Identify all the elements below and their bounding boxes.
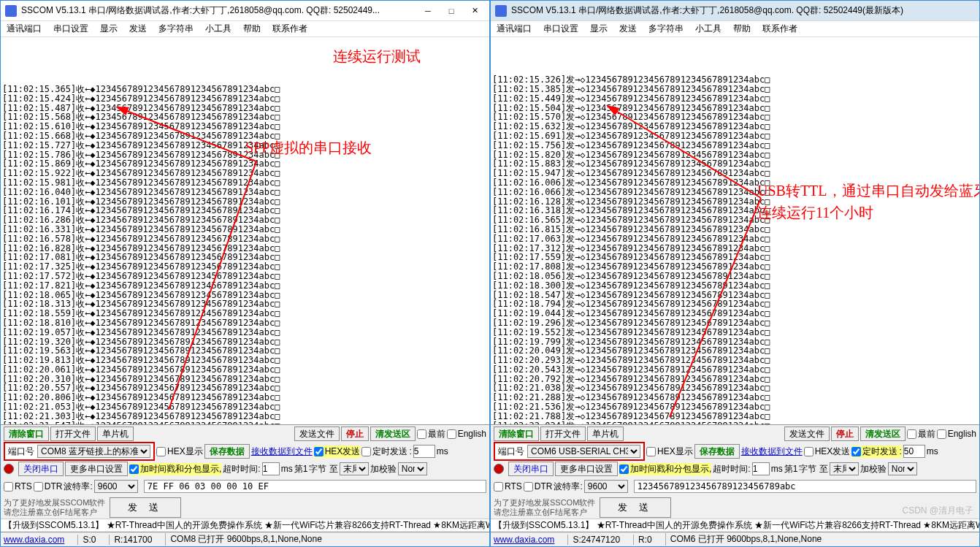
timeout-input[interactable] — [752, 462, 770, 475]
status-sent: S:24747120 — [567, 535, 620, 545]
timeout-input[interactable] — [262, 462, 280, 475]
send-button[interactable]: 发 送 — [110, 497, 181, 518]
send-button[interactable]: 发 送 — [600, 497, 671, 518]
send-file-button[interactable]: 发送文件 — [784, 426, 830, 441]
timed-value-input[interactable] — [413, 445, 435, 458]
english-checkbox[interactable]: English — [447, 429, 486, 439]
menu-item[interactable]: 小工具 — [695, 23, 721, 35]
promo-bar: 【升级到SSCOM5.13.1】 ★RT-Thread中国人的开源免费操作系统 … — [1, 519, 489, 532]
mcu-button[interactable]: 单片机 — [97, 426, 134, 441]
clear-send-button[interactable]: 清发送区 — [860, 426, 906, 441]
rts-checkbox[interactable]: RTS — [494, 481, 522, 491]
menu-item[interactable]: 串口设置 — [543, 23, 578, 35]
port-selector-left[interactable]: 端口号 COM8 蓝牙链接上的标准串行 — [4, 442, 155, 461]
english-checkbox[interactable]: English — [937, 429, 976, 439]
open-file-button[interactable]: 打开文件 — [540, 426, 586, 441]
status-url[interactable]: www.daxia.com — [4, 535, 64, 545]
menu-item[interactable]: 小工具 — [205, 23, 231, 35]
send-data-box[interactable]: 7E FF 06 03 00 00 10 EF — [144, 480, 486, 493]
port-status-indicator — [4, 464, 14, 474]
promo-bar: 【升级到SSCOM5.13.1】 ★RT-Thread中国人的开源免费操作系统 … — [491, 519, 979, 532]
send-data-box[interactable]: 123456789123456789123456789abc — [634, 480, 976, 493]
menu-item[interactable]: 串口设置 — [53, 23, 88, 35]
save-data-button[interactable]: 保存数据 — [204, 444, 250, 459]
annotation-title: 连续运行测试 — [333, 52, 421, 61]
note-line-1: 为了更好地发展SSCOM软件 — [4, 498, 105, 508]
timestamp-checkbox[interactable]: 加时间戳和分包显示, — [619, 463, 711, 475]
clear-send-button[interactable]: 清发送区 — [370, 426, 416, 441]
timestamp-checkbox[interactable]: 加时间戳和分包显示, — [129, 463, 221, 475]
rts-checkbox[interactable]: RTS — [4, 481, 32, 491]
status-info: COM8 已打开 9600bps,8,1,None,None — [165, 533, 321, 546]
menu-bar: 通讯端口串口设置显示发送多字符串小工具帮助联系作者 — [491, 21, 979, 37]
menu-item[interactable]: 显示 — [100, 23, 118, 35]
front-checkbox[interactable]: 最前 — [417, 428, 445, 440]
clear-window-button[interactable]: 清除窗口 — [4, 426, 49, 441]
check-select[interactable]: None — [398, 462, 427, 475]
status-recv: R:141700 — [109, 535, 152, 545]
menu-item[interactable]: 发送 — [129, 23, 147, 35]
title-bar-left: SSCOM V5.13.1 串口/网络数据调试器,作者:大虾丁丁,2618058… — [1, 1, 489, 21]
dtr-checkbox[interactable]: DTR — [524, 481, 553, 491]
title-bar-right: SSCOM V5.13.1 串口/网络数据调试器,作者:大虾丁丁,2618058… — [491, 1, 979, 21]
baud-select[interactable]: 9600 — [94, 480, 138, 493]
bottom-panel-left: 清除窗口 打开文件 单片机 发送文件 停止 清发送区 最前 English 端口… — [1, 424, 489, 531]
menu-item[interactable]: 联系作者 — [272, 23, 307, 35]
more-port-button[interactable]: 更多串口设置 — [65, 462, 128, 476]
log-area-left: 连续运行测试 SPP虚拟的串口接收 [11:02:15.365]收←◆12345… — [1, 37, 489, 424]
status-recv: R:0 — [633, 535, 652, 545]
front-checkbox[interactable]: 最前 — [907, 428, 935, 440]
end-select[interactable]: 末尾 — [830, 462, 859, 475]
close-button[interactable]: ✕ — [464, 4, 485, 18]
maximize-button[interactable]: □ — [441, 4, 462, 18]
menu-item[interactable]: 通讯端口 — [7, 23, 42, 35]
more-port-button[interactable]: 更多串口设置 — [555, 462, 618, 476]
port-dropdown[interactable]: COM6 USB-SERIAL CH340 — [527, 445, 640, 458]
hex-send-checkbox[interactable]: HEX发送 — [804, 445, 851, 458]
status-url[interactable]: www.daxia.com — [494, 535, 554, 545]
open-file-button[interactable]: 打开文件 — [50, 426, 96, 441]
send-file-button[interactable]: 发送文件 — [294, 426, 340, 441]
menu-item[interactable]: 联系作者 — [762, 23, 797, 35]
clear-window-button[interactable]: 清除窗口 — [494, 426, 539, 441]
app-icon — [495, 5, 507, 17]
menu-item[interactable]: 多字符串 — [648, 23, 684, 35]
recv-to-file-link[interactable]: 接收数据到文件 — [741, 445, 803, 458]
status-bar-left: www.daxia.com S:0 R:141700 COM8 已打开 9600… — [1, 532, 489, 546]
close-port-button[interactable]: 关闭串口 — [508, 462, 554, 476]
timed-value-input[interactable] — [903, 445, 925, 458]
note-line-1: 为了更好地发展SSCOM软件 — [494, 498, 595, 508]
menu-item[interactable]: 通讯端口 — [497, 23, 532, 35]
recv-to-file-link[interactable]: 接收数据到文件 — [251, 445, 313, 458]
app-icon — [5, 5, 17, 17]
check-select[interactable]: None — [888, 462, 917, 475]
stop-button[interactable]: 停止 — [341, 426, 369, 441]
minimize-button[interactable]: ─ — [418, 4, 438, 18]
hex-send-checkbox[interactable]: HEX发送 — [314, 445, 361, 458]
baud-select[interactable]: 9600 — [584, 480, 628, 493]
window-title: SSCOM V5.13.1 串口/网络数据调试器,作者:大虾丁丁,2618058… — [21, 4, 418, 17]
save-data-button[interactable]: 保存数据 — [694, 444, 740, 459]
timed-send-checkbox[interactable]: 定时发送: — [851, 445, 901, 458]
hex-show-checkbox[interactable]: HEX显示 — [156, 445, 203, 458]
stop-button[interactable]: 停止 — [831, 426, 859, 441]
menu-item[interactable]: 显示 — [590, 23, 608, 35]
menu-item[interactable]: 多字符串 — [158, 23, 194, 35]
hex-show-checkbox[interactable]: HEX显示 — [646, 445, 693, 458]
mcu-button[interactable]: 单片机 — [587, 426, 624, 441]
note-line-2: 请您注册嘉立创F结尾客户 — [494, 508, 595, 517]
port-selector-right[interactable]: 端口号 COM6 USB-SERIAL CH340 — [494, 442, 645, 461]
window-title: SSCOM V5.13.1 串口/网络数据调试器,作者:大虾丁丁,2618058… — [511, 4, 975, 17]
menu-item[interactable]: 帮助 — [243, 23, 261, 35]
port-dropdown[interactable]: COM8 蓝牙链接上的标准串行 — [37, 445, 150, 458]
timed-send-checkbox[interactable]: 定时发送: — [361, 445, 411, 458]
menu-bar: 通讯端口串口设置显示发送多字符串小工具帮助联系作者 — [1, 21, 489, 37]
close-port-button[interactable]: 关闭串口 — [18, 462, 64, 476]
status-sent: S:0 — [77, 535, 96, 545]
port-status-indicator — [494, 464, 504, 474]
dtr-checkbox[interactable]: DTR — [34, 481, 63, 491]
menu-item[interactable]: 帮助 — [733, 23, 751, 35]
watermark: CSDN @清月电子 — [902, 505, 973, 517]
menu-item[interactable]: 发送 — [619, 23, 637, 35]
end-select[interactable]: 末尾 — [340, 462, 369, 475]
